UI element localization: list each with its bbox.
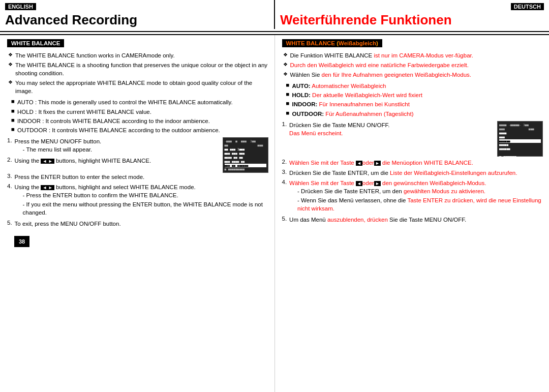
de-sq-text-4: OUTDOOR: Für Außenaufnahmen (Tageslicht) bbox=[292, 110, 413, 118]
step-5: 5. To exit, press the MENU ON/OFF button… bbox=[7, 220, 268, 228]
footer: 38 bbox=[7, 230, 268, 249]
de-bullet-3: ❖ Wählen Sie den für Ihre Aufnahmen geei… bbox=[282, 71, 543, 79]
screen-content-left: -■■■ ■ ■■■ 3■■ ■■ ■■■ ■■ ■■■ 3■■■ ■■■ ■■… bbox=[223, 138, 268, 181]
de-step-5: 5. Um das Menü auszublenden, drücken Sie… bbox=[282, 216, 543, 224]
de-step-2-text: Wählen Sie mit der Taste ◄oder► die Menü… bbox=[289, 159, 473, 167]
step-1: 1. Press the MENU ON/OFF button. - The m… bbox=[7, 137, 219, 155]
de-step-3: 3. Drücken Sie die Taste ENTER, um die L… bbox=[282, 169, 543, 177]
step-4-sub-1: - Press the ENTER button to confirm the … bbox=[15, 191, 268, 199]
bullet-text-1: The WHITE BALANCE function works in CAME… bbox=[15, 51, 175, 59]
title-en: Advanced Recording bbox=[5, 12, 269, 28]
page-number: 38 bbox=[14, 236, 29, 247]
sq-sym-2: ■ bbox=[11, 108, 15, 116]
bullets-block: ❖ The WHITE BALANCE function works in CA… bbox=[7, 51, 268, 95]
header-left: ENGLISH Advanced Recording bbox=[0, 0, 274, 29]
de-sq-2: ■ HOLD: Der aktuelle Weißabgleich-Wert w… bbox=[282, 91, 543, 99]
sq-sym-3: ■ bbox=[11, 117, 15, 125]
step-1-num: 1. bbox=[7, 137, 12, 155]
bullet-text-2: The WHITE BALANCE is a shooting function… bbox=[15, 61, 268, 77]
step-2: 2. Using the ◄ ► buttons, highlight WHIT… bbox=[7, 157, 219, 165]
de-square-block: ■ AUTO: Automatischer Weißabgleich ■ HOL… bbox=[282, 82, 543, 117]
de-step-3-text: Drücken Sie die Taste ENTER, um die List… bbox=[289, 169, 517, 177]
de-step-4-sub-1: - Drücken Sie die Taste ENTER, um den ge… bbox=[289, 187, 543, 195]
de-bullet-sym-1: ❖ bbox=[283, 52, 288, 59]
bullet-sym-1: ❖ bbox=[8, 52, 13, 59]
de-bullet-sym-2: ❖ bbox=[283, 62, 288, 69]
section-header-en: WHITE BALANCE bbox=[7, 39, 64, 47]
de-steps-with-screen: 1. Drücken Sie die Taste MENU ON/OFF. Da… bbox=[282, 121, 543, 157]
steps-with-screen: 1. Press the MENU ON/OFF button. - The m… bbox=[7, 137, 268, 173]
screen-img-right: ■■■■ -■■■■■- 3■■ ■■■ ■■■ ■■■■ ■■■ ■■■■■■… bbox=[497, 121, 543, 157]
step-1-sub: - The menu list will appear. bbox=[15, 145, 102, 154]
de-step-4-text: Wählen Sie mit der Taste ◄oder► den gewü… bbox=[289, 179, 543, 214]
sq-text-4: OUTDOOR : It controls WHITE BALANCE acco… bbox=[17, 126, 220, 134]
section-header-de-sub: (Weißabgleich) bbox=[337, 40, 378, 46]
sq-text-2: HOLD : It fixes the current WHITE BALANC… bbox=[17, 108, 151, 116]
bullet-sym-3: ❖ bbox=[8, 79, 13, 95]
de-step-1: 1. Drücken Sie die Taste MENU ON/OFF. Da… bbox=[282, 121, 494, 137]
de-step-4-num: 4. bbox=[282, 179, 287, 214]
col-right: WHITE BALANCE (Weißabgleich) ❖ Die Funkt… bbox=[275, 35, 550, 392]
de-bullet-text-3: Wählen Sie den für Ihre Aufnahmen geeign… bbox=[290, 71, 472, 79]
de-bullets-block: ❖ Die Funktion WHITE BALANCE ist nur im … bbox=[282, 51, 543, 79]
step-4: 4. Using the ◄ ► buttons, highlight and … bbox=[7, 183, 268, 218]
screen-content-right: ■■■■ -■■■■■- 3■■ ■■■ ■■■ ■■■■ ■■■ ■■■■■■… bbox=[498, 122, 542, 161]
sq-text-3: INDOOR : It controls WHITE BALANCE accor… bbox=[17, 117, 210, 125]
step-3-num: 3. bbox=[7, 173, 12, 181]
de-sq-sym-4: ■ bbox=[286, 110, 290, 118]
screen-left: -■■■ ■ ■■■ 3■■ ■■ ■■■ ■■ ■■■ 3■■■ ■■■ ■■… bbox=[223, 137, 268, 173]
de-sq-3: ■ INDOOR: Für Innenaufnahmen bei Kunstli… bbox=[282, 100, 543, 108]
de-bullet-text-1: Die Funktion WHITE BALANCE ist nur im CA… bbox=[290, 51, 473, 59]
lang-badge-de: DEUTSCH bbox=[511, 3, 544, 10]
col-left: WHITE BALANCE ❖ The WHITE BALANCE functi… bbox=[0, 35, 275, 392]
square-items-block: ■ AUTO : This mode is generally used to … bbox=[7, 98, 268, 134]
de-step-4: 4. Wählen Sie mit der Taste ◄oder► den g… bbox=[282, 179, 543, 214]
title-de: Weiterführende Funktionen bbox=[280, 12, 544, 28]
de-steps-text: 1. Drücken Sie die Taste MENU ON/OFF. Da… bbox=[282, 121, 494, 157]
screen-right: ■■■■ -■■■■■- 3■■ ■■■ ■■■ ■■■■ ■■■ ■■■■■■… bbox=[497, 121, 543, 157]
de-step-2-num: 2. bbox=[282, 159, 287, 167]
sq-sym-1: ■ bbox=[11, 98, 15, 106]
page: ENGLISH Advanced Recording DEUTSCH Weite… bbox=[0, 0, 549, 392]
de-sq-1: ■ AUTO: Automatischer Weißabgleich bbox=[282, 82, 543, 90]
de-bullet-text-2: Durch den Weißabgleich wird eine natürli… bbox=[290, 61, 469, 69]
step-1-text: Press the MENU ON/OFF button. - The menu… bbox=[15, 137, 102, 155]
step-4-sub-2: - If you exit the menu without pressing … bbox=[15, 200, 268, 217]
header-right: DEUTSCH Weiterführende Funktionen bbox=[275, 0, 549, 29]
step-4-text: Using the ◄ ► buttons, highlight and sel… bbox=[15, 183, 268, 218]
title-de-regular: Weiterführende bbox=[280, 12, 380, 27]
bullet-1: ❖ The WHITE BALANCE function works in CA… bbox=[7, 51, 268, 59]
section-header-de-title: WHITE BALANCE bbox=[286, 40, 335, 46]
sq-4: ■ OUTDOOR : It controls WHITE BALANCE ac… bbox=[7, 126, 268, 134]
de-step-4-sub-2: - Wenn Sie das Menü verlassen, ohne die … bbox=[289, 196, 543, 213]
section-header-de-wrapper: WHITE BALANCE (Weißabgleich) bbox=[282, 39, 543, 51]
de-step-5-text: Um das Menü auszublenden, drücken Sie di… bbox=[289, 216, 466, 224]
de-step-3-num: 3. bbox=[282, 169, 287, 177]
bullet-2: ❖ The WHITE BALANCE is a shooting functi… bbox=[7, 61, 268, 77]
sq-1: ■ AUTO : This mode is generally used to … bbox=[7, 98, 268, 106]
de-sq-text-3: INDOOR: Für Innenaufnahmen bei Kunstlich… bbox=[292, 100, 409, 108]
sq-3: ■ INDOOR : It controls WHITE BALANCE acc… bbox=[7, 117, 268, 125]
de-sq-sym-1: ■ bbox=[286, 82, 290, 90]
step-4-num: 4. bbox=[7, 183, 12, 218]
step-2-text: Using the ◄ ► buttons, highlight WHITE B… bbox=[15, 157, 151, 165]
step-2-num: 2. bbox=[7, 157, 12, 165]
de-sq-text-1: AUTO: Automatischer Weißabgleich bbox=[292, 82, 386, 90]
lang-badge-en: ENGLISH bbox=[5, 3, 36, 10]
sq-text-1: AUTO : This mode is generally used to co… bbox=[17, 98, 233, 106]
screen-img-left: -■■■ ■ ■■■ 3■■ ■■ ■■■ ■■ ■■■ 3■■■ ■■■ ■■… bbox=[223, 137, 268, 173]
de-sq-4: ■ OUTDOOR: Für Außenaufnahmen (Tageslich… bbox=[282, 110, 543, 118]
sq-2: ■ HOLD : It fixes the current WHITE BALA… bbox=[7, 108, 268, 116]
de-sq-sym-2: ■ bbox=[286, 91, 290, 99]
de-sq-text-2: HOLD: Der aktuelle Weißabgleich-Wert wir… bbox=[292, 91, 422, 99]
de-bullet-1: ❖ Die Funktion WHITE BALANCE ist nur im … bbox=[282, 51, 543, 59]
de-step-1-text: Drücken Sie die Taste MENU ON/OFF. Das M… bbox=[289, 121, 389, 137]
bullet-text-3: You may select the appropriate WHITE BAL… bbox=[15, 79, 268, 95]
de-step-5-num: 5. bbox=[282, 216, 287, 224]
de-sq-sym-3: ■ bbox=[286, 100, 290, 108]
step-3-text: Press the ENTER button to enter the sele… bbox=[15, 173, 145, 181]
de-step-1-num: 1. bbox=[282, 121, 287, 137]
steps-text: 1. Press the MENU ON/OFF button. - The m… bbox=[7, 137, 219, 173]
sq-sym-4: ■ bbox=[11, 126, 15, 134]
de-bullet-sym-3: ❖ bbox=[283, 71, 288, 79]
